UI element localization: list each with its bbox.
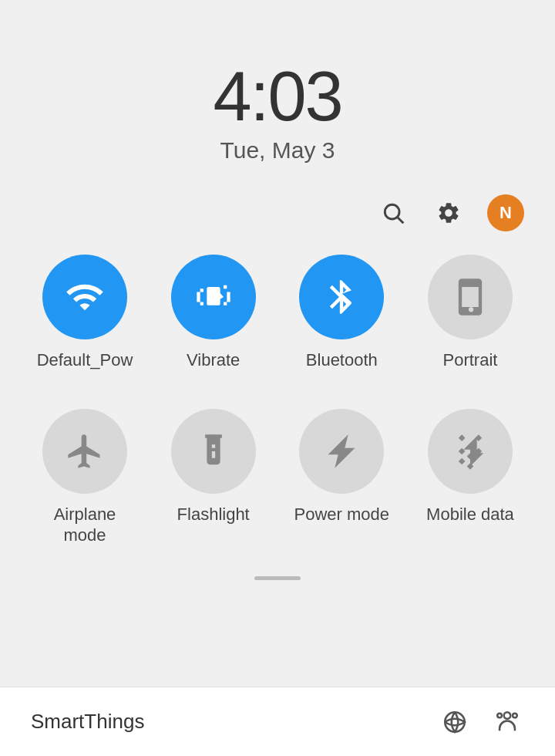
tile-flashlight-circle [171,409,256,494]
tile-power-mode-circle [299,409,384,494]
avatar-letter: N [500,203,512,223]
tile-vibrate-circle [171,255,256,339]
smart-things-label: SmartThings [31,710,144,734]
tile-bluetooth-label: Bluetooth [306,350,378,370]
svg-point-0 [385,204,399,219]
tile-flashlight-label: Flashlight [177,505,250,525]
svg-line-1 [398,218,403,223]
svg-point-2 [445,712,465,732]
tile-portrait-circle [428,255,513,339]
top-icons-bar: N [0,194,555,231]
tile-vibrate-label: Vibrate [187,350,240,370]
tile-portrait-label: Portrait [443,350,498,370]
svg-point-5 [497,713,502,717]
settings-button[interactable] [432,196,466,230]
tile-wifi-circle [42,255,127,339]
tile-mobile-data-circle [428,409,513,494]
scroll-indicator [0,576,555,580]
quick-tiles-section: Default_Pow Vibrate Bluetooth [0,255,555,545]
search-button[interactable] [376,196,410,230]
main-screen: 4:03 Tue, May 3 N Default_Po [0,0,555,756]
bottom-bar-icons [438,705,524,739]
tile-wifi[interactable]: Default_Pow [31,255,139,370]
time-section: 4:03 Tue, May 3 [0,0,555,194]
tile-mobile-data-label: Mobile data [426,505,514,525]
tile-flashlight[interactable]: Flashlight [160,409,267,545]
smartthings-icon-1[interactable] [438,705,472,739]
svg-point-3 [504,712,511,719]
svg-point-4 [513,713,517,717]
tile-wifi-label: Default_Pow [37,350,133,370]
tiles-row-1: Default_Pow Vibrate Bluetooth [31,255,524,370]
tile-bluetooth[interactable]: Bluetooth [288,255,395,370]
tile-airplane-label: Airplane mode [31,505,139,545]
tile-airplane[interactable]: Airplane mode [31,409,139,545]
tile-mobile-data[interactable]: Mobile data [416,409,524,545]
tile-power-mode[interactable]: Power mode [288,409,395,545]
tiles-row-2: Airplane mode Flashlight Power mode [31,409,524,545]
smartthings-icon-2[interactable] [490,705,524,739]
tile-airplane-circle [42,409,127,494]
tile-portrait[interactable]: Portrait [416,255,524,370]
scroll-bar [254,576,301,580]
bottom-bar: SmartThings [0,687,555,756]
tile-bluetooth-circle [299,255,384,339]
date-display: Tue, May 3 [220,137,335,164]
tile-power-mode-label: Power mode [294,505,390,525]
tile-vibrate[interactable]: Vibrate [160,255,267,370]
clock-display: 4:03 [213,62,341,131]
avatar-button[interactable]: N [487,194,524,231]
